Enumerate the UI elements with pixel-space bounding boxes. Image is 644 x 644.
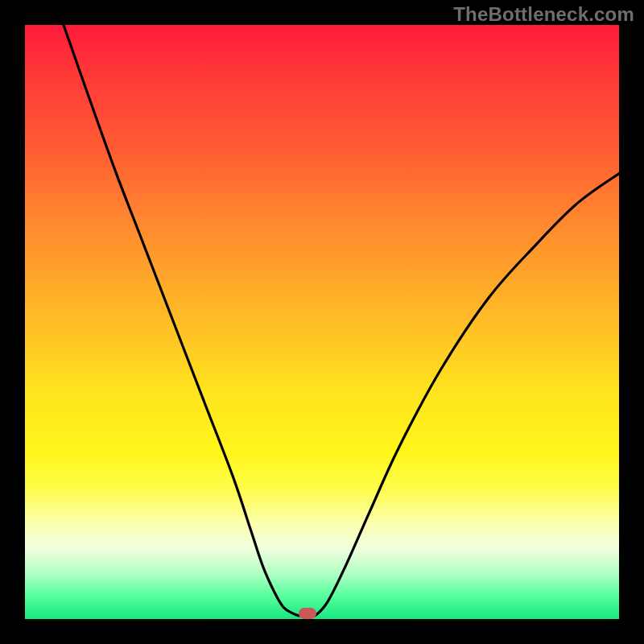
- watermark-text: TheBottleneck.com: [453, 3, 634, 26]
- optimal-point-marker: [299, 608, 316, 619]
- chart-frame: TheBottleneck.com: [0, 0, 644, 644]
- bottleneck-curve: [25, 25, 619, 619]
- plot-area: [25, 25, 619, 619]
